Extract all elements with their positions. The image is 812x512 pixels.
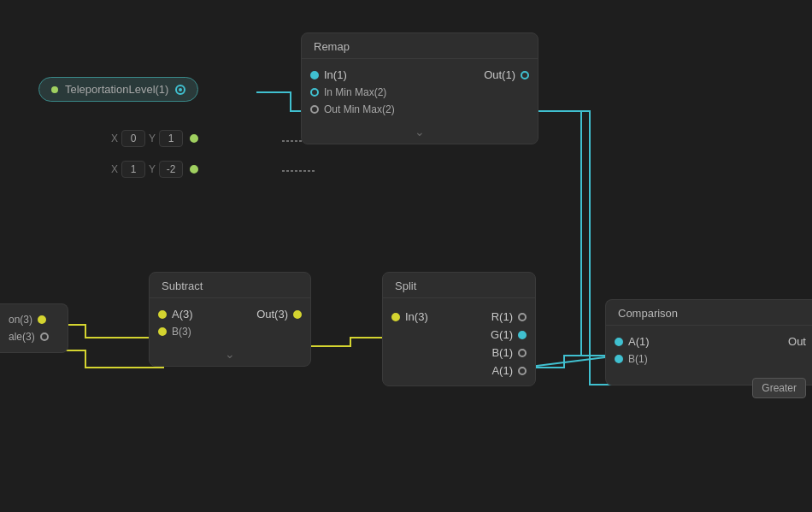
comparison-node: Comparison A(1) Out B(1) Greater <box>605 299 812 385</box>
remap-in1-port[interactable] <box>310 71 319 79</box>
teleportation-node[interactable]: TeleportationLevel(1) <box>38 77 198 102</box>
input-row-2: X 1 Y -2 <box>111 161 198 178</box>
input-row-1: X 0 Y 1 <box>111 130 198 147</box>
split-body: In(3) R(1) G(1) B(1) <box>383 298 535 385</box>
split-a1-port[interactable] <box>518 367 527 375</box>
remap-node: Remap In(1) Out(1) In Min Max(2) <box>301 32 538 144</box>
split-b1-port[interactable] <box>518 349 527 357</box>
x-value-1[interactable]: 0 <box>121 130 145 147</box>
partial-label-ale: ale(3) <box>9 331 35 343</box>
remap-outminmax-label: Out Min Max(2) <box>324 103 395 115</box>
remap-outminmax-row: Out Min Max(2) <box>302 101 538 118</box>
remap-inminmax-row: In Min Max(2) <box>302 84 538 101</box>
y-label-2: Y <box>149 163 156 175</box>
subtract-b3-row: B(3) <box>150 323 310 340</box>
split-r1-port[interactable] <box>518 313 527 321</box>
remap-title: Remap <box>314 40 350 53</box>
y-value-2[interactable]: -2 <box>159 161 183 178</box>
comparison-b1-port[interactable] <box>615 355 623 363</box>
subtract-b3-port[interactable] <box>158 327 167 336</box>
split-g1-port[interactable] <box>518 331 527 339</box>
split-a1-label: A(1) <box>491 364 513 377</box>
subtract-footer: ⌄ <box>150 344 310 366</box>
subtract-chevron-icon[interactable]: ⌄ <box>225 347 235 361</box>
comparison-out-label: Out <box>788 335 806 348</box>
subtract-node: Subtract A(3) Out(3) B(3) ⌄ <box>149 272 311 367</box>
greater-button[interactable]: Greater <box>752 378 806 398</box>
pill-right-dot <box>175 85 185 95</box>
partial-label-on: on(3) <box>9 314 32 326</box>
subtract-header: Subtract <box>150 273 310 298</box>
x-label-1: X <box>111 132 118 144</box>
comparison-title: Comparison <box>618 307 678 320</box>
remap-header: Remap <box>302 33 538 59</box>
subtract-out3-label: Out(3) <box>256 308 288 321</box>
remap-inminmax-port[interactable] <box>310 88 319 97</box>
comparison-b1-label: B(1) <box>628 353 648 365</box>
remap-body: In(1) Out(1) In Min Max(2) Out Min Max(2… <box>302 59 538 121</box>
comparison-body: A(1) Out B(1) <box>606 326 812 371</box>
port-ale-out[interactable] <box>40 333 49 341</box>
subtract-body: A(3) Out(3) B(3) <box>150 298 310 344</box>
split-node: Split In(3) R(1) G(1) <box>382 272 536 386</box>
pill-left-dot <box>51 86 58 93</box>
x-value-2[interactable]: 1 <box>121 161 145 178</box>
x-label-2: X <box>111 163 118 175</box>
subtract-a3-label: A(3) <box>172 308 193 321</box>
remap-out1-label: Out(1) <box>484 68 515 81</box>
split-b1-label: B(1) <box>491 346 513 359</box>
teleportation-label: TeleportationLevel(1) <box>65 83 168 96</box>
split-in3-port[interactable] <box>391 313 400 321</box>
remap-chevron-icon[interactable]: ⌄ <box>415 125 425 138</box>
split-g1-label: G(1) <box>491 328 513 341</box>
y-value-1[interactable]: 1 <box>159 130 183 147</box>
partial-port-on: on(3) <box>0 311 59 328</box>
split-in3-label: In(3) <box>405 310 428 323</box>
partial-port-ale: ale(3) <box>0 328 59 345</box>
split-r1-label: R(1) <box>491 310 513 323</box>
comparison-a1-label: A(1) <box>628 335 650 348</box>
input-row1-port[interactable] <box>190 134 198 143</box>
comparison-a1-port[interactable] <box>615 338 623 346</box>
comparison-b1-row: B(1) <box>606 350 812 368</box>
split-header: Split <box>383 273 535 298</box>
split-title: Split <box>395 280 416 292</box>
subtract-title: Subtract <box>162 280 203 292</box>
comparison-header: Comparison <box>606 300 812 326</box>
remap-inminmax-label: In Min Max(2) <box>324 86 386 98</box>
remap-footer: ⌄ <box>302 121 538 144</box>
port-on-out[interactable] <box>38 315 46 324</box>
remap-outminmax-port[interactable] <box>310 105 319 114</box>
node-canvas: on(3) ale(3) TeleportationLevel(1) X 0 Y… <box>0 0 812 512</box>
remap-out1-port[interactable] <box>521 71 529 79</box>
subtract-out3-port[interactable] <box>293 310 302 319</box>
subtract-b3-label: B(3) <box>172 326 191 338</box>
input-row2-port[interactable] <box>190 165 198 174</box>
y-label-1: Y <box>149 132 156 144</box>
left-partial-node: on(3) ale(3) <box>0 303 68 353</box>
subtract-a3-port[interactable] <box>158 310 167 319</box>
remap-in1-label: In(1) <box>324 68 347 81</box>
